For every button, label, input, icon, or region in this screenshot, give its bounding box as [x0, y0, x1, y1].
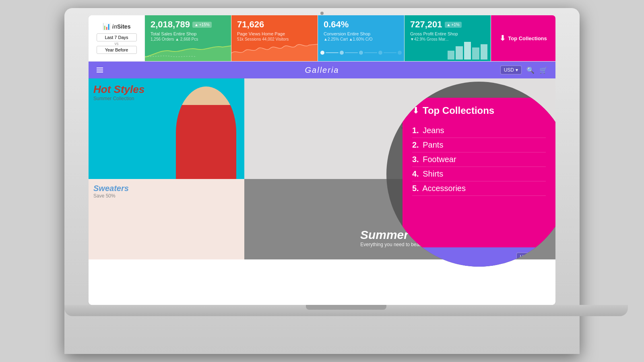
year-before-button[interactable]: Year Before [97, 46, 137, 54]
top-collections-button[interactable]: ⬇ Top Collections [491, 15, 555, 61]
laptop-frame: 📊 inSites Last 7 Days vs Year Before 2,0… [64, 8, 580, 354]
total-sales-badge: ▲+15% [192, 22, 212, 28]
conversion-card: 0.64% Conversion Entire Shop ▲2.25% Cart… [318, 15, 405, 61]
search-icon[interactable]: 🔍 [526, 66, 535, 74]
list-item: 1. Jeans [412, 123, 546, 138]
total-sales-label: Total Sales Entire Shop [151, 31, 225, 36]
hamburger-menu[interactable] [97, 68, 103, 72]
gross-profit-value: 727,201 [410, 19, 442, 30]
last-days-button[interactable]: Last 7 Days [97, 33, 137, 41]
insites-logo-section: 📊 inSites Last 7 Days vs Year Before [89, 15, 145, 61]
collection-shirts: Shirts [423, 169, 443, 178]
top-collections-btn-label: Top Collections [508, 35, 547, 41]
page-views-value: 71,626 [237, 19, 264, 30]
collection-jeans: Jeans [423, 126, 444, 135]
conversion-value: 0.64% [324, 19, 349, 30]
collection-accessories: Accessories [422, 184, 466, 193]
laptop-screen: 📊 inSites Last 7 Days vs Year Before 2,0… [89, 15, 555, 305]
gross-profit-label: Gross Profit Entire Shop [410, 31, 485, 36]
conversion-sub: ▲2.25% Cart ▲1.60% C/O [324, 37, 398, 41]
list-item: 3. Footwear [412, 152, 546, 167]
mag-nav: USD▾ 🔍 🛒 [402, 247, 555, 251]
sweaters-banner: Sweaters Save 50% [89, 179, 244, 259]
magnifier-inner: ⬇ Top Collections 1. Jeans 2. P [402, 98, 555, 251]
analytics-bar: 📊 inSites Last 7 Days vs Year Before 2,0… [89, 15, 555, 62]
laptop-base [64, 305, 628, 316]
nav-right: USD ▾ 🔍 🛒 [500, 66, 547, 74]
gross-profit-badge: ▲+1% [445, 22, 462, 28]
gross-profit-card: 727,201 ▲+1% Gross Profit Entire Shop ▼4… [405, 15, 491, 61]
conversion-label: Conversion Entire Shop [324, 31, 398, 36]
vs-label: vs [115, 41, 119, 46]
tc-list: 1. Jeans 2. Pants 3. Footwear [412, 123, 546, 196]
tc-title: Top Collections [423, 105, 494, 116]
store-site: Galleria USD ▾ 🔍 🛒 [89, 62, 555, 305]
sweaters-title: Sweaters [93, 184, 129, 193]
hot-styles-banner: Hot Styles Summer Collection [89, 78, 244, 179]
cart-icon[interactable]: 🛒 [539, 66, 547, 74]
total-sales-card: 2,018,789 ▲+15% Total Sales Entire Shop … [145, 15, 231, 61]
logo-text: inSites [112, 23, 131, 30]
store-title: Galleria [305, 66, 339, 75]
tc-header: ⬇ Top Collections [412, 105, 546, 116]
page-views-label: Page Views Home Page [237, 31, 312, 36]
sweaters-subtitle: Save 50% [93, 193, 129, 199]
top-collections-panel: ⬇ Top Collections 1. Jeans 2. P [402, 98, 555, 251]
chart-icon: 📊 [103, 23, 111, 30]
collection-footwear: Footwear [423, 155, 456, 164]
hot-styles-subtitle: Summer Collection [93, 96, 144, 101]
list-item: 2. Pants [412, 138, 546, 152]
list-item: 5. Accessories [412, 181, 546, 196]
store-navbar: Galleria USD ▾ 🔍 🛒 [89, 62, 555, 78]
collection-pants: Pants [423, 140, 443, 149]
hot-styles-label: Hot Styles Summer Collection [89, 78, 149, 106]
sweaters-label: Sweaters Save 50% [89, 179, 134, 204]
currency-dropdown[interactable]: USD ▾ [500, 66, 522, 74]
screen-content: 📊 inSites Last 7 Days vs Year Before 2,0… [89, 15, 555, 305]
logo-brand: 📊 inSites [103, 23, 131, 30]
total-sales-value: 2,018,789 [151, 19, 190, 30]
page-views-card: 71,626 Page Views Home Page 51k Sessions… [231, 15, 318, 61]
hot-styles-title: Hot Styles [93, 83, 144, 96]
list-item: 4. Shirts [412, 167, 546, 181]
